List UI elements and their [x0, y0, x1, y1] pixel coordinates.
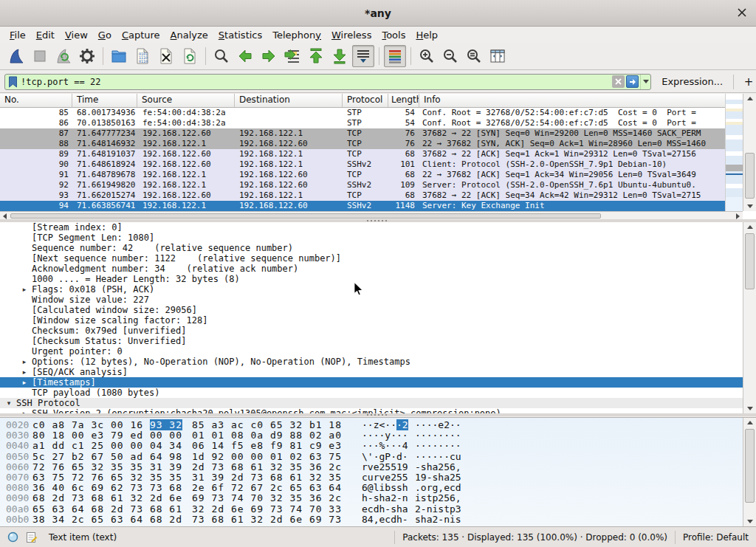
hex-row[interactable]: 0090 68 2d 73 68 61 32 2d 6e 69 73 74 70… [0, 493, 756, 503]
hex-vscrollbar[interactable] [743, 418, 756, 526]
hex-row[interactable]: 0070 63 75 72 76 65 32 35 35 31 39 2d 73… [0, 472, 756, 483]
expand-arrow-icon[interactable] [20, 346, 29, 357]
profile-text[interactable]: Profile: Default [683, 532, 749, 543]
detail-row[interactable]: Checksum: 0x79ed [unverified] [0, 326, 744, 336]
col-destination[interactable]: Destination [235, 94, 343, 107]
detail-row[interactable]: Window size value: 227 [0, 295, 744, 305]
filter-text[interactable]: !tcp.port == 22 [21, 77, 612, 87]
menu-item[interactable]: Tools [377, 28, 410, 42]
add-filter-button[interactable]: + [741, 75, 756, 89]
start-capture-icon[interactable] [5, 45, 27, 67]
expand-arrow-icon[interactable]: ▸ [20, 367, 29, 377]
capture-options-icon[interactable] [76, 45, 98, 67]
detail-row[interactable]: [Next sequence number: 1122 (relative se… [0, 253, 744, 264]
scrollbar-thumb[interactable] [745, 233, 755, 289]
close-icon[interactable] [737, 7, 747, 18]
detail-row[interactable]: ▸ [SEQ/ACK analysis] [0, 367, 744, 377]
zoom-out-icon[interactable] [439, 45, 461, 67]
auto-scroll-icon[interactable] [352, 45, 374, 67]
scroll-left-icon[interactable] [0, 213, 9, 219]
reload-file-icon[interactable] [179, 45, 201, 67]
restart-capture-icon[interactable] [52, 45, 75, 67]
packet-row[interactable]: 88 71.648146932 192.168.122.1 192.168.12… [0, 139, 725, 149]
hex-row[interactable]: 0020 c0 a8 7a 3c 00 16 93 32 85 a3 ac c0… [0, 420, 756, 430]
detail-row[interactable]: Acknowledgment number: 34 (relative ack … [0, 264, 744, 274]
hex-row[interactable]: 0080 36 40 6c 69 62 73 73 68 2e 6f 72 67… [0, 483, 756, 493]
col-time[interactable]: Time [72, 94, 137, 107]
packet-row[interactable]: 92 71.661949820 192.168.122.1 192.168.12… [0, 180, 725, 190]
expand-arrow-icon[interactable] [20, 305, 29, 315]
col-protocol[interactable]: Protocol [343, 94, 388, 107]
go-last-icon[interactable] [329, 45, 351, 67]
hex-row[interactable]: 00b0 38 34 2c 65 63 64 68 2d 73 68 61 32… [0, 515, 756, 525]
scroll-down-icon[interactable] [743, 404, 756, 413]
scroll-down-icon[interactable] [743, 517, 756, 526]
display-filter-input[interactable]: !tcp.port == 22 [4, 74, 651, 90]
packet-row[interactable]: 86 70.013850163 fe:54:00:d4:38:2a STP 54… [0, 118, 725, 128]
scrollbar-thumb[interactable] [745, 153, 755, 199]
menu-item[interactable]: Capture [117, 28, 165, 42]
stop-capture-icon[interactable] [29, 45, 51, 67]
filter-bookmark-icon[interactable] [8, 76, 18, 88]
expression-button[interactable]: Expression... [662, 76, 723, 87]
go-to-packet-icon[interactable] [281, 45, 303, 67]
colorize-icon[interactable] [384, 45, 406, 67]
expand-arrow-icon[interactable]: ▸ [20, 284, 29, 295]
hex-row[interactable]: 0040 a1 dd c1 25 00 00 04 34 06 14 f5 e8… [0, 441, 756, 451]
detail-row[interactable]: ▸ Flags: 0x018 (PSH, ACK) [0, 284, 744, 295]
expand-arrow-icon[interactable]: ▸ [20, 357, 29, 367]
col-info[interactable]: Info [419, 94, 743, 107]
detail-row[interactable]: Sequence number: 42 (relative sequence n… [0, 243, 744, 253]
detail-row[interactable]: Urgent pointer: 0 [0, 346, 744, 357]
packet-list-hscrollbar[interactable] [0, 211, 743, 219]
scroll-up-icon[interactable] [743, 222, 756, 232]
go-forward-icon[interactable] [258, 45, 280, 67]
go-first-icon[interactable] [305, 45, 327, 67]
clear-filter-icon[interactable] [612, 75, 625, 88]
expand-arrow-icon[interactable] [20, 233, 29, 243]
detail-row[interactable]: ▾ SSH Protocol [0, 398, 744, 408]
menu-item[interactable]: Go [93, 28, 117, 42]
hex-row[interactable]: 0060 72 76 65 32 35 35 31 39 2d 73 68 61… [0, 462, 756, 472]
packet-list-minimap[interactable] [725, 94, 743, 211]
expand-arrow-icon[interactable] [20, 243, 29, 253]
detail-row[interactable]: [Calculated window size: 29056] [0, 305, 744, 315]
col-no[interactable]: No. [0, 94, 72, 107]
capture-comment-icon[interactable] [25, 531, 38, 544]
detail-row[interactable]: [Stream index: 0] [0, 222, 744, 233]
menu-item[interactable]: Help [410, 28, 443, 42]
scroll-up-icon[interactable] [743, 418, 756, 427]
zoom-in-icon[interactable] [416, 45, 438, 67]
expert-info-icon[interactable] [6, 531, 19, 544]
packet-row[interactable]: 94 71.663856741 192.168.122.1 192.168.12… [0, 201, 725, 211]
expand-arrow-icon[interactable] [20, 326, 29, 336]
expand-arrow-icon[interactable] [20, 222, 29, 233]
expand-arrow-icon[interactable] [20, 264, 29, 274]
find-packet-icon[interactable] [210, 45, 233, 67]
scrollbar-thumb[interactable] [10, 213, 601, 219]
packet-row[interactable]: 85 68.001734936 fe:54:00:d4:38:2a STP 54… [0, 108, 725, 118]
packet-row[interactable]: 89 71.648191037 192.168.122.60 192.168.1… [0, 149, 725, 159]
open-file-icon[interactable] [108, 45, 130, 67]
menu-item[interactable]: Wireless [326, 28, 377, 42]
detail-row[interactable]: ▸ SSH Version 2 (encryption:chacha20-pol… [0, 408, 744, 413]
detail-row[interactable]: ▸ Options: (12 bytes), No-Operation (NOP… [0, 357, 744, 367]
expand-arrow-icon[interactable]: ▾ [4, 398, 13, 408]
detail-row[interactable]: [TCP Segment Len: 1080] [0, 233, 744, 243]
save-file-icon[interactable]: 010111100110 [131, 45, 154, 67]
expand-arrow-icon[interactable]: ▸ [20, 377, 29, 388]
detail-row[interactable]: [Window size scaling factor: 128] [0, 315, 744, 326]
packet-row[interactable]: 93 71.662015274 192.168.122.60 192.168.1… [0, 190, 725, 201]
menu-item[interactable]: Statistics [213, 28, 267, 42]
pane-splitter[interactable] [0, 413, 756, 416]
packet-list-vscrollbar[interactable] [743, 94, 756, 211]
expand-arrow-icon[interactable]: ▸ [20, 408, 29, 413]
expand-arrow-icon[interactable] [20, 253, 29, 264]
menu-item[interactable]: View [60, 28, 93, 42]
scroll-right-icon[interactable] [733, 213, 742, 219]
titlebar[interactable]: *any [0, 0, 756, 27]
packet-row[interactable]: 91 71.648789678 192.168.122.1 192.168.12… [0, 170, 725, 180]
col-source[interactable]: Source [137, 94, 235, 107]
expand-arrow-icon[interactable] [20, 336, 29, 346]
zoom-original-icon[interactable] [463, 45, 485, 67]
